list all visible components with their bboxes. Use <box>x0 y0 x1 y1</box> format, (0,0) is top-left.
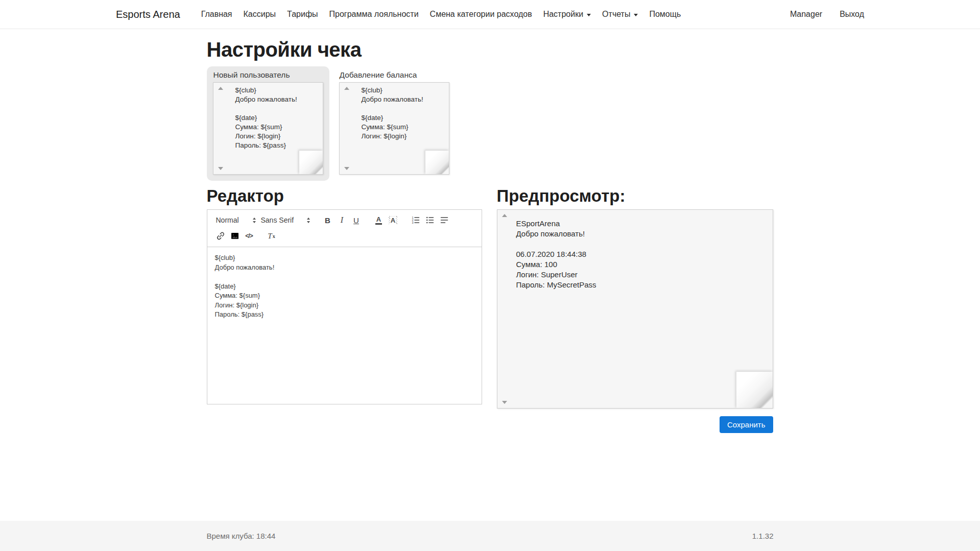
editor-preview-row: Редактор Normal Sans Serif <box>207 187 774 433</box>
nav-item-help[interactable]: Помощь <box>643 10 686 19</box>
scroll-up-icon[interactable] <box>502 214 507 217</box>
underline-button[interactable]: U <box>350 214 363 226</box>
rich-text-editor: Normal Sans Serif B I U <box>207 209 482 404</box>
italic-button[interactable]: I <box>336 214 348 226</box>
scroll-up-icon[interactable] <box>218 87 223 90</box>
text-color-icon: A <box>376 216 381 225</box>
page-curl-icon <box>425 151 449 175</box>
main-content: Настройки чека Новый пользователь ${club… <box>207 29 774 521</box>
clear-formatting-button[interactable]: Tx <box>266 230 278 242</box>
nav-item-reports-label: Отчеты <box>602 10 630 18</box>
scroll-down-icon[interactable] <box>218 167 223 170</box>
nav-user-manager[interactable]: Manager <box>790 10 822 19</box>
footer-inner: Время клуба: 18:44 1.1.32 <box>207 521 774 551</box>
nav-item-home[interactable]: Главная <box>196 10 238 19</box>
clean-group: Tx <box>265 230 279 242</box>
template-card-label: Добавление баланса <box>339 70 449 80</box>
picker-caret-icon <box>307 218 310 223</box>
scroll-down-icon[interactable] <box>344 167 349 170</box>
nav-item-loyalty[interactable]: Программа лояльности <box>324 10 424 19</box>
receipt-template-text: ${club}Добро пожаловать!${date}Сумма: ${… <box>340 83 449 141</box>
template-card-add-balance[interactable]: Добавление баланса ${club}Добро пожалова… <box>333 66 456 181</box>
scroll-down-icon[interactable] <box>502 401 507 404</box>
page-root: Esports Arena Главная Кассиры Тарифы Про… <box>0 0 980 551</box>
insert-group: </> <box>213 230 256 242</box>
receipt-paper-new-user: ${club}Добро пожаловать!${date}Сумма: ${… <box>213 82 323 175</box>
image-icon <box>230 231 240 241</box>
receipt-template-cards: Новый пользователь ${club}Добро пожалова… <box>207 66 774 181</box>
link-icon <box>216 231 225 241</box>
svg-text:3: 3 <box>412 221 413 224</box>
link-button[interactable] <box>214 230 227 242</box>
nav-item-expense-category[interactable]: Смена категории расходов <box>424 10 538 19</box>
nav-logout[interactable]: Выход <box>840 10 864 19</box>
picker-group: Normal Sans Serif <box>213 214 313 226</box>
paragraph-style-picker[interactable]: Normal <box>214 214 257 226</box>
nav-item-reports-dropdown[interactable]: Отчеты <box>596 10 643 19</box>
nav-item-settings-label: Настройки <box>543 10 583 18</box>
code-block-button[interactable]: </> <box>243 230 255 242</box>
template-card-new-user[interactable]: Новый пользователь ${club}Добро пожалова… <box>207 66 329 181</box>
image-button[interactable] <box>229 230 241 242</box>
main-nav: Главная Кассиры Тарифы Программа лояльно… <box>196 10 687 19</box>
preview-heading: Предпросмотр: <box>497 187 773 205</box>
page-curl-icon <box>736 372 773 409</box>
bold-button[interactable]: B <box>322 214 334 226</box>
background-color-icon: A <box>389 216 397 224</box>
navbar-inner: Esports Arena Главная Кассиры Тарифы Про… <box>116 0 864 29</box>
ordered-list-icon: 1 2 3 <box>411 215 420 225</box>
nav-item-tariffs[interactable]: Тарифы <box>281 10 323 19</box>
paragraph-style-value: Normal <box>216 216 239 224</box>
text-color-button[interactable]: A <box>373 214 385 226</box>
bullet-list-button[interactable] <box>424 214 436 226</box>
top-navbar: Esports Arena Главная Кассиры Тарифы Про… <box>0 0 980 29</box>
align-left-icon <box>440 215 449 225</box>
nav-item-settings-dropdown[interactable]: Настройки <box>538 10 596 19</box>
editor-content[interactable]: ${club}Добро пожаловать!${date}Сумма: ${… <box>207 247 482 409</box>
preview-text: ESportArenaДобро пожаловать!06.07.2020 1… <box>497 210 773 290</box>
picker-caret-icon <box>253 218 256 223</box>
nav-right: Manager Выход <box>790 10 864 19</box>
bullet-list-icon <box>425 215 435 225</box>
editor-heading: Редактор <box>207 187 482 205</box>
font-picker[interactable]: Sans Serif <box>259 214 312 226</box>
footer: Время клуба: 18:44 1.1.32 <box>0 521 980 551</box>
ordered-list-button[interactable]: 1 2 3 <box>410 214 422 226</box>
toolbar-row-break <box>213 226 475 230</box>
list-group: 1 2 3 <box>409 214 451 226</box>
page-curl-icon <box>299 151 323 175</box>
nav-item-cashiers[interactable]: Кассиры <box>238 10 282 19</box>
preview-column: Предпросмотр: ESportArenaДобро пожаловат… <box>497 187 773 433</box>
page-title: Настройки чека <box>207 38 774 61</box>
app-version: 1.1.32 <box>752 532 774 540</box>
background-color-button[interactable]: A <box>387 214 399 226</box>
chevron-down-icon <box>634 14 638 16</box>
color-group: A A <box>372 214 400 226</box>
brand[interactable]: Esports Arena <box>116 9 180 20</box>
save-row: Сохранить <box>497 416 773 433</box>
receipt-template-text: ${club}Добро пожаловать!${date}Сумма: ${… <box>213 83 323 150</box>
chevron-down-icon <box>587 14 591 16</box>
save-button[interactable]: Сохранить <box>720 416 773 433</box>
format-group: B I U <box>321 214 364 226</box>
preview-paper: ESportArenaДобро пожаловать!06.07.2020 1… <box>497 209 773 409</box>
editor-toolbar: Normal Sans Serif B I U <box>207 210 482 247</box>
club-time: Время клуба: 18:44 <box>207 532 276 540</box>
receipt-paper-add-balance: ${club}Добро пожаловать!${date}Сумма: ${… <box>339 82 449 175</box>
font-picker-value: Sans Serif <box>261 216 294 224</box>
template-card-label: Новый пользователь <box>213 70 323 80</box>
align-button[interactable] <box>438 214 450 226</box>
editor-column: Редактор Normal Sans Serif <box>207 187 482 433</box>
scroll-up-icon[interactable] <box>344 87 349 90</box>
